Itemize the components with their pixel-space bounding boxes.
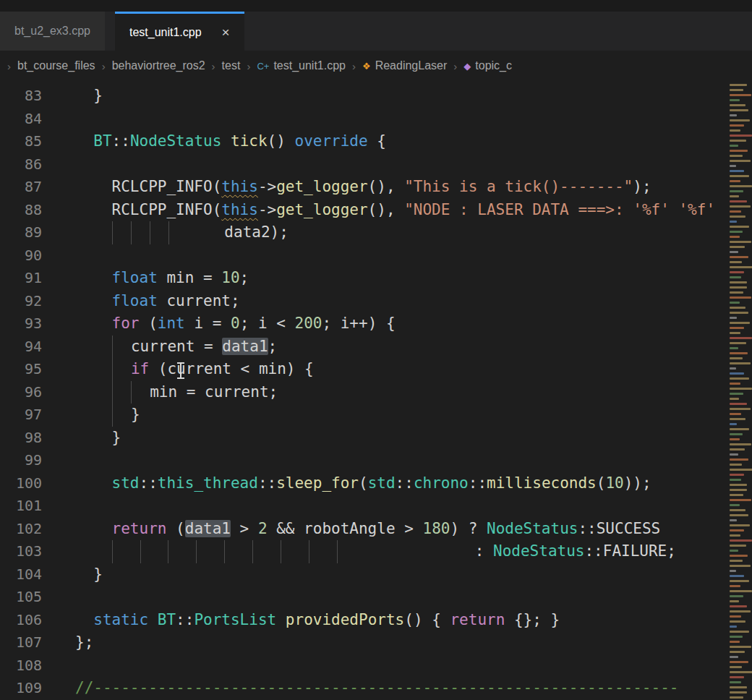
minimap-line [730,160,751,162]
code-text: return (data1 > 2 && robotAngle > 180) ?… [42,518,660,541]
code-line-91[interactable]: 91 float min = 10; [0,267,727,290]
code-line-106[interactable]: 106 static BT::PortsList providedPorts()… [0,609,727,632]
minimap-line [730,195,739,197]
code-line-93[interactable]: 93 for (int i = 0; i < 200; i++) { [0,312,727,336]
minimap-line [730,610,751,612]
minimap-line [730,261,742,263]
minimap-line [730,666,742,668]
code-line-107[interactable]: 107}; [0,631,727,654]
minimap-line [730,458,748,461]
code-text [42,495,75,518]
breadcrumb-item-test[interactable]: test [222,59,241,72]
breadcrumb-separator: › [247,60,250,72]
minimap-line [730,388,752,390]
line-number: 106 [0,609,42,632]
line-number: 108 [0,654,42,678]
minimap-line [730,94,751,96]
line-number: 88 [0,199,42,222]
minimap-line [730,408,751,410]
code-line-98[interactable]: 98 } [0,427,727,450]
code-area[interactable]: 83 }8485 BT::NodeStatus tick() override … [0,81,727,700]
minimap-line [730,524,750,526]
minimap-line [730,681,741,683]
minimap-line [730,413,741,415]
minimap-line [730,453,738,456]
minimap-line [730,352,748,354]
line-number: 96 [0,381,42,404]
code-text: float min = 10; [42,267,249,290]
code-line-104[interactable]: 104 } [0,563,727,586]
code-line-89[interactable]: 89 data2); [0,221,727,244]
minimap-line [730,499,751,501]
minimap-line [730,312,748,314]
line-number: 101 [0,495,42,518]
code-line-87[interactable]: 87 RCLCPP_INFO(this->get_logger(), "This… [0,176,727,199]
minimap-line [730,560,743,562]
line-number: 95 [0,358,42,381]
code-line-102[interactable]: 102 return (data1 > 2 && robotAngle > 18… [0,518,727,541]
method-symbol-icon: ◆ [463,61,471,71]
minimap-line [730,550,738,552]
minimap-line [730,479,741,481]
breadcrumb-item-topic_c[interactable]: ◆topic_c [463,59,512,72]
code-line-99[interactable]: 99 [0,449,727,472]
breadcrumb-item-ReadingLaser[interactable]: ❖ReadingLaser [362,59,447,72]
code-line-94[interactable]: 94 current = data1; [0,336,727,359]
minimap-line [730,357,743,359]
minimap-line [730,140,746,142]
breadcrumb-item-behaviortree_ros2[interactable]: behaviortree_ros2 [112,59,205,72]
code-line-97[interactable]: 97 } [0,404,727,427]
minimap-line [730,200,747,202]
code-line-90[interactable]: 90 [0,244,727,268]
close-tab-icon[interactable]: × [222,25,230,39]
code-line-88[interactable]: 88 RCLCPP_INFO(this->get_logger(), "NODE… [0,199,727,222]
minimap-line [730,286,747,289]
minimap-line [730,443,751,445]
minimap-line [730,383,740,385]
minimap-line [730,590,752,592]
breadcrumb-item-bt_course_files[interactable]: bt_course_files [17,59,95,72]
minimap-line [730,626,737,628]
code-line-96[interactable]: 96 min = current; [0,381,727,404]
code-line-109[interactable]: 109//-----------------------------------… [0,677,727,700]
line-number: 99 [0,449,42,472]
minimap-line [730,423,737,425]
minimap-line [730,150,748,152]
code-text: float current; [42,290,240,313]
minimap-line [730,246,745,248]
breadcrumb-item-test_unit1.cpp[interactable]: C+test_unit1.cpp [257,59,346,72]
minimap-line [730,469,752,471]
minimap[interactable] [727,81,752,700]
minimap-line [730,367,736,370]
tab-test_unit1[interactable]: test_unit1.cpp × [115,12,244,51]
code-line-95[interactable]: 95 if (current < min) { [0,358,727,381]
code-line-84[interactable]: 84 [0,108,727,131]
minimap-line [730,575,744,577]
code-line-108[interactable]: 108 [0,654,727,678]
minimap-line [730,332,740,334]
minimap-line [730,175,749,177]
vscode-editor-window: bt_u2_ex3.cpp test_unit1.cpp × › bt_cour… [0,0,752,700]
breadcrumb-label: ReadingLaser [375,59,448,72]
minimap-line [730,210,741,213]
code-line-83[interactable]: 83 } [0,85,727,108]
code-line-105[interactable]: 105 [0,586,727,609]
breadcrumb-label: topic_c [475,59,512,72]
minimap-line [730,281,747,283]
tab-bt_u2_ex3[interactable]: bt_u2_ex3.cpp [0,12,105,51]
code-line-100[interactable]: 100 std::this_thread::sleep_for(std::chr… [0,472,727,495]
line-number: 103 [0,540,42,563]
code-line-85[interactable]: 85 BT::NodeStatus tick() override { [0,130,727,153]
code-line-103[interactable]: 103 : NodeStatus::FAILURE; [0,540,727,563]
breadcrumb-separator: › [352,60,356,72]
minimap-line [730,438,740,440]
code-line-92[interactable]: 92 float current; [0,290,727,313]
code-line-86[interactable]: 86 [0,153,727,176]
minimap-line [730,114,737,116]
code-line-101[interactable]: 101 [0,495,727,518]
minimap-line [730,580,749,582]
tab-label: bt_u2_ex3.cpp [14,25,90,38]
minimap-line [730,347,738,349]
minimap-line [730,256,748,258]
code-text: min = current; [42,381,278,404]
